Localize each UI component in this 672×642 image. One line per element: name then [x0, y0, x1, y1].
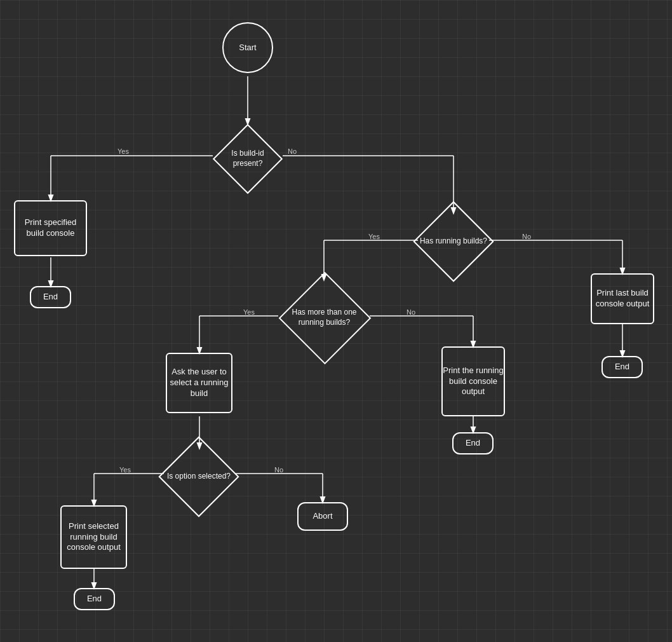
label-yes-running: Yes: [368, 233, 380, 240]
ask-user-node: Ask the user to select a running build: [166, 353, 232, 413]
abort-node: Abort: [297, 502, 348, 531]
decision-more-one: Has more than one running builds?: [278, 280, 370, 356]
label-yes-build-id: Yes: [118, 147, 129, 155]
label-yes-option: Yes: [119, 466, 131, 474]
end3-node: End: [452, 432, 494, 454]
label-no-running: No: [522, 233, 531, 240]
decision-running: Has running builds?: [412, 207, 495, 277]
label-no-more: No: [407, 308, 415, 316]
print-running-node: Print the running build console output: [441, 346, 505, 416]
print-specified-node: Print specified build console: [14, 200, 87, 256]
label-yes-more: Yes: [243, 308, 255, 316]
end1-node: End: [30, 286, 71, 308]
start-node: Start: [222, 22, 273, 73]
print-selected-node: Print selected running build console out…: [60, 505, 127, 569]
decision-build-id: Is build-id present?: [213, 124, 283, 194]
label-no-build-id: No: [288, 147, 297, 155]
end2-node: End: [601, 356, 643, 378]
decision-option: Is option selected?: [158, 442, 240, 512]
print-last-node: Print last build console output: [591, 273, 654, 324]
label-no-option: No: [274, 466, 283, 474]
end4-node: End: [74, 588, 115, 610]
